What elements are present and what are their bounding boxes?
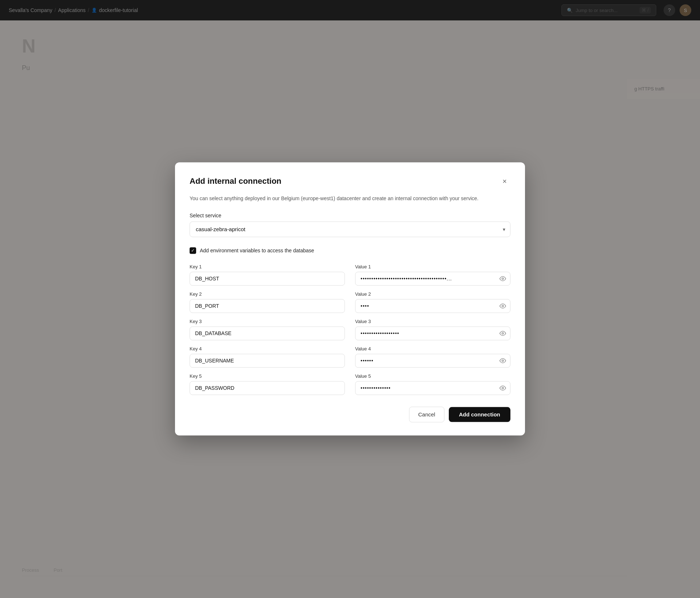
- env-vars-checkbox-label: Add environment variables to access the …: [200, 248, 314, 254]
- key-input-wrapper-5: [190, 381, 345, 395]
- toggle-visibility-button-2[interactable]: [499, 303, 506, 310]
- svg-point-3: [502, 360, 504, 362]
- modal-close-button[interactable]: ×: [499, 175, 510, 187]
- value-input-3[interactable]: [355, 327, 510, 341]
- add-connection-button[interactable]: Add connection: [449, 407, 510, 422]
- cancel-button[interactable]: Cancel: [409, 407, 444, 423]
- add-internal-connection-modal: Add internal connection × You can select…: [175, 162, 525, 435]
- toggle-visibility-button-3[interactable]: [499, 330, 506, 337]
- checkmark-icon: ✓: [191, 248, 195, 253]
- select-service-dropdown[interactable]: casual-zebra-apricot: [190, 222, 510, 237]
- key-input-3[interactable]: [190, 327, 345, 341]
- key-input-wrapper-3: [190, 327, 345, 341]
- modal-title: Add internal connection: [190, 176, 281, 186]
- value-label-4: Value 4: [355, 346, 510, 352]
- key-input-4[interactable]: [190, 354, 345, 368]
- value-input-wrapper-3: [355, 327, 510, 341]
- key-label-5: Key 5: [190, 374, 345, 379]
- key-input-5[interactable]: [190, 381, 345, 395]
- key-group-3: Key 3: [190, 319, 345, 341]
- value-input-wrapper-2: [355, 299, 510, 313]
- key-group-4: Key 4: [190, 346, 345, 368]
- value-input-1[interactable]: [355, 272, 510, 286]
- value-input-wrapper-4: [355, 354, 510, 368]
- svg-point-1: [502, 305, 504, 307]
- select-service-label: Select service: [190, 213, 510, 219]
- toggle-visibility-button-1[interactable]: [499, 276, 506, 282]
- value-label-3: Value 3: [355, 319, 510, 325]
- value-label-1: Value 1: [355, 264, 510, 270]
- value-input-2[interactable]: [355, 299, 510, 313]
- key-input-wrapper-1: [190, 272, 345, 286]
- svg-point-2: [502, 333, 504, 334]
- key-input-2[interactable]: [190, 299, 345, 313]
- value-group-1: Value 1: [355, 264, 510, 286]
- value-label-5: Value 5: [355, 374, 510, 379]
- modal-description: You can select anything deployed in our …: [190, 194, 510, 202]
- modal-header: Add internal connection ×: [190, 175, 510, 187]
- env-vars-checkbox[interactable]: ✓: [190, 248, 196, 254]
- svg-point-4: [502, 387, 504, 389]
- key-label-3: Key 3: [190, 319, 345, 325]
- key-label-2: Key 2: [190, 292, 345, 297]
- value-group-3: Value 3: [355, 319, 510, 341]
- select-service-wrapper: casual-zebra-apricot ▾: [190, 222, 510, 237]
- key-input-1[interactable]: [190, 272, 345, 286]
- key-input-wrapper-4: [190, 354, 345, 368]
- key-label-1: Key 1: [190, 264, 345, 270]
- svg-point-0: [502, 278, 504, 280]
- env-vars-checkbox-row[interactable]: ✓ Add environment variables to access th…: [190, 248, 510, 254]
- key-group-2: Key 2: [190, 292, 345, 313]
- value-group-5: Value 5: [355, 374, 510, 395]
- key-label-4: Key 4: [190, 346, 345, 352]
- toggle-visibility-button-5[interactable]: [499, 385, 506, 392]
- value-input-wrapper-1: [355, 272, 510, 286]
- value-label-2: Value 2: [355, 292, 510, 297]
- value-group-4: Value 4: [355, 346, 510, 368]
- value-group-2: Value 2: [355, 292, 510, 313]
- value-input-5[interactable]: [355, 381, 510, 395]
- key-group-1: Key 1: [190, 264, 345, 286]
- value-input-wrapper-5: [355, 381, 510, 395]
- modal-footer: Cancel Add connection: [190, 407, 510, 423]
- key-input-wrapper-2: [190, 299, 345, 313]
- key-value-fields-grid: Key 1Value 1Key 2Value 2Key 3Value 3Key …: [190, 264, 510, 395]
- toggle-visibility-button-4[interactable]: [499, 358, 506, 364]
- value-input-4[interactable]: [355, 354, 510, 368]
- key-group-5: Key 5: [190, 374, 345, 395]
